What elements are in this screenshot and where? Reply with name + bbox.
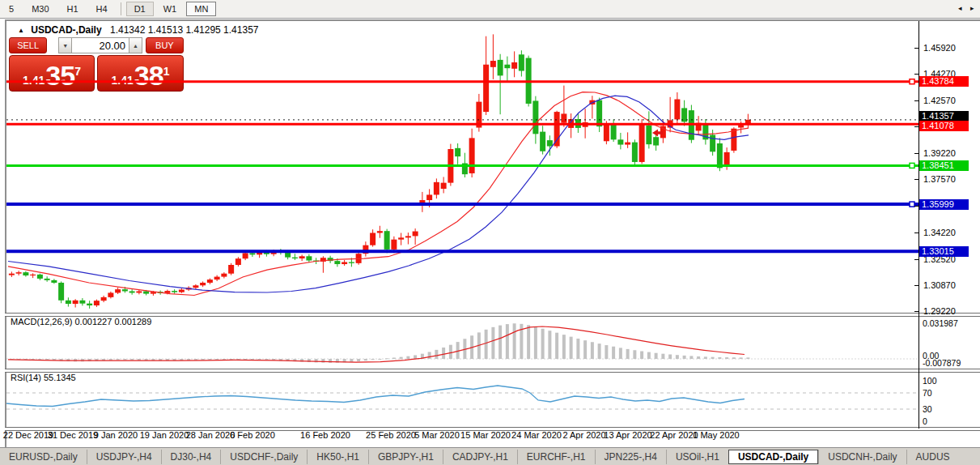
candle — [511, 51, 517, 77]
candle — [532, 96, 538, 144]
candle — [632, 139, 638, 164]
macd-label: MACD(12,26,9) 0.001227 0.001289 — [11, 317, 151, 326]
macd-hist-bar — [591, 342, 594, 359]
period-button-h1[interactable]: H1 — [59, 2, 87, 16]
price-tick-label: 1.45920 — [923, 43, 956, 53]
macd-hist-bar — [655, 353, 658, 359]
tab-scroll-right-icon[interactable]: ▸ — [970, 4, 979, 14]
date-tick-label: 16 Feb 2020 — [300, 430, 350, 440]
candle — [214, 275, 220, 281]
price-tick-mark — [914, 259, 919, 260]
chart-tab[interactable]: USDCNH-,Daily — [818, 450, 906, 464]
macd-hist-bar — [725, 357, 728, 359]
macd-hist-bar — [619, 348, 622, 359]
period-button-w1[interactable]: W1 — [155, 2, 185, 16]
candle — [483, 36, 489, 115]
price-tick-mark — [914, 285, 919, 286]
main-price-chart[interactable] — [6, 21, 918, 314]
period-button-mn[interactable]: MN — [186, 2, 216, 16]
chart-tab[interactable]: CADJPY-,H1 — [443, 450, 517, 464]
macd-hist-bar — [251, 359, 254, 360]
tab-scroll-left-icon[interactable]: ◂ — [958, 4, 967, 14]
price-tick-mark — [914, 232, 919, 233]
hline-handle[interactable] — [910, 163, 914, 168]
chart-tab[interactable]: GBPJPY-,H1 — [368, 450, 443, 464]
candle — [476, 94, 482, 132]
candle — [16, 271, 22, 275]
candle — [377, 226, 383, 238]
hline-handle[interactable] — [910, 79, 914, 84]
candle — [207, 279, 213, 284]
chart-tab[interactable]: USDJPY-,H4 — [87, 450, 161, 464]
date-tick-label: 22 Apr 2020 — [650, 430, 698, 440]
chart-tab[interactable]: USOil-,H1 — [666, 450, 728, 464]
price-tick-label: 1.29220 — [923, 306, 956, 316]
macd-hist-bar — [661, 354, 664, 359]
candle — [9, 271, 15, 277]
macd-hist-bar — [392, 357, 396, 359]
date-tick-label: 9 Jan 2020 — [94, 430, 138, 440]
candle — [589, 96, 595, 118]
macd-hist-bar — [400, 357, 403, 359]
candle — [228, 263, 234, 275]
chart-tab[interactable]: USDCHF-,Daily — [220, 450, 307, 464]
date-tick-label: 22 Dec 2019 — [3, 430, 53, 440]
chart-tab[interactable]: HK50-,H1 — [307, 450, 368, 464]
macd-hist-bar — [385, 358, 388, 359]
chart-tab[interactable]: EURUSD-,Daily — [0, 450, 87, 464]
candle — [681, 100, 687, 126]
macd-hist-bar — [485, 330, 488, 359]
rsi-axis-label: 70 — [923, 388, 932, 398]
chart-tab[interactable]: JPN225-,H4 — [595, 450, 666, 464]
date-tick-label: 2 Apr 2020 — [562, 430, 605, 440]
rsi-indicator-panel[interactable] — [6, 371, 918, 427]
price-badge: 1.38451 — [919, 160, 969, 171]
candle — [490, 34, 496, 79]
macd-hist-bar — [244, 359, 247, 360]
chart-tab[interactable]: USDCAD-,Daily — [728, 450, 818, 464]
price-tick-label: 1.42570 — [923, 96, 956, 105]
chart-tab[interactable]: DJ30-,H4 — [161, 450, 221, 464]
candle — [617, 133, 623, 149]
macd-hist-bar — [697, 356, 700, 359]
period-button-5[interactable]: 5 — [1, 2, 22, 16]
candle — [79, 298, 85, 305]
macd-hist-bar — [676, 355, 679, 359]
candle — [568, 113, 574, 138]
macd-hist-bar — [378, 359, 381, 360]
macd-hist-bar — [598, 343, 601, 359]
macd-hist-bar — [350, 359, 353, 362]
period-button-m30[interactable]: M30 — [23, 2, 57, 16]
macd-hist-bar — [498, 326, 502, 359]
date-tick-label: 1 May 2020 — [693, 430, 739, 440]
period-toolbar: 5M30H1H4D1W1MN — [0, 0, 980, 19]
candle — [328, 256, 333, 263]
macd-hist-bar — [583, 340, 587, 359]
macd-hist-bar — [548, 331, 551, 359]
chart-tab[interactable]: AUDUS — [906, 450, 959, 464]
chart-tab[interactable]: EURCHF-,H1 — [517, 450, 595, 464]
macd-hist-bar — [534, 326, 537, 359]
candle — [66, 297, 71, 306]
candle — [342, 260, 347, 266]
date-tick-label: 31 Dec 2019 — [48, 430, 98, 440]
date-tick-label: 19 Jan 2020 — [140, 430, 189, 440]
macd-hist-bar — [258, 359, 261, 360]
period-button-d1[interactable]: D1 — [126, 2, 154, 16]
candle — [611, 119, 617, 142]
price-tick-label: 1.30870 — [923, 280, 956, 290]
macd-hist-bar — [541, 329, 545, 359]
macd-axis-label: -0.007879 — [923, 358, 961, 368]
price-tick-mark — [914, 311, 919, 312]
macd-hist-bar — [513, 323, 516, 359]
macd-hist-bar — [746, 357, 749, 359]
candle — [625, 132, 630, 147]
separator-macd-rsi[interactable] — [5, 369, 980, 373]
candle — [23, 271, 28, 277]
macd-hist-bar — [562, 335, 566, 359]
macd-hist-bar — [647, 352, 651, 359]
macd-hist-bar — [414, 355, 417, 359]
price-tick-mark — [914, 100, 919, 101]
period-button-h4[interactable]: H4 — [88, 2, 116, 16]
date-tick-label: 28 Jan 2020 — [186, 430, 235, 440]
